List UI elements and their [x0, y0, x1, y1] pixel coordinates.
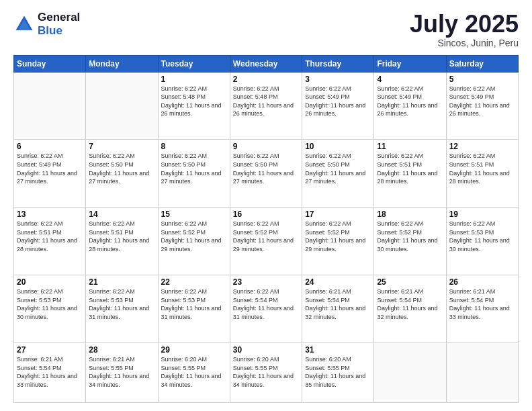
table-row [86, 72, 158, 140]
day-info: Sunrise: 6:22 AMSunset: 5:48 PMDaylight:… [161, 85, 227, 118]
table-row: 15Sunrise: 6:22 AMSunset: 5:52 PMDayligh… [158, 208, 230, 275]
col-friday: Friday [374, 55, 446, 72]
day-info: Sunrise: 6:22 AMSunset: 5:50 PMDaylight:… [305, 152, 371, 185]
table-row: 26Sunrise: 6:21 AMSunset: 5:54 PMDayligh… [446, 275, 518, 343]
day-number: 20 [17, 277, 83, 287]
day-info: Sunrise: 6:22 AMSunset: 5:49 PMDaylight:… [17, 152, 83, 185]
day-number: 2 [233, 75, 299, 84]
day-info: Sunrise: 6:22 AMSunset: 5:53 PMDaylight:… [89, 287, 154, 321]
day-number: 31 [305, 345, 371, 355]
day-number: 21 [89, 277, 154, 287]
table-row: 29Sunrise: 6:20 AMSunset: 5:55 PMDayligh… [158, 342, 230, 402]
table-row: 24Sunrise: 6:21 AMSunset: 5:54 PMDayligh… [302, 275, 374, 343]
title-section: July 2025 Sincos, Junin, Peru [410, 11, 519, 48]
col-monday: Monday [86, 55, 158, 72]
day-info: Sunrise: 6:22 AMSunset: 5:54 PMDaylight:… [233, 287, 299, 321]
col-saturday: Saturday [446, 55, 518, 72]
day-number: 17 [305, 210, 371, 219]
table-row [374, 342, 446, 402]
table-row [446, 342, 518, 402]
calendar-header-row: Sunday Monday Tuesday Wednesday Thursday… [14, 55, 519, 72]
table-row: 4Sunrise: 6:22 AMSunset: 5:49 PMDaylight… [374, 72, 446, 140]
table-row: 27Sunrise: 6:21 AMSunset: 5:54 PMDayligh… [14, 342, 86, 402]
day-info: Sunrise: 6:22 AMSunset: 5:48 PMDaylight:… [233, 85, 299, 118]
day-number: 19 [449, 210, 515, 219]
day-info: Sunrise: 6:22 AMSunset: 5:51 PMDaylight:… [377, 152, 443, 185]
day-info: Sunrise: 6:20 AMSunset: 5:55 PMDaylight:… [233, 355, 299, 389]
day-info: Sunrise: 6:20 AMSunset: 5:55 PMDaylight:… [305, 355, 371, 389]
table-row: 31Sunrise: 6:20 AMSunset: 5:55 PMDayligh… [302, 342, 374, 402]
table-row: 30Sunrise: 6:20 AMSunset: 5:55 PMDayligh… [230, 342, 302, 402]
table-row: 17Sunrise: 6:22 AMSunset: 5:52 PMDayligh… [302, 208, 374, 275]
table-row: 20Sunrise: 6:22 AMSunset: 5:53 PMDayligh… [14, 275, 86, 343]
day-number: 15 [161, 210, 227, 219]
day-info: Sunrise: 6:22 AMSunset: 5:53 PMDaylight:… [161, 287, 227, 321]
day-info: Sunrise: 6:22 AMSunset: 5:52 PMDaylight:… [377, 220, 443, 253]
day-number: 8 [161, 142, 227, 151]
day-number: 27 [17, 345, 83, 355]
page: General Blue July 2025 Sincos, Junin, Pe… [0, 0, 532, 411]
table-row: 19Sunrise: 6:22 AMSunset: 5:53 PMDayligh… [446, 208, 518, 275]
day-info: Sunrise: 6:22 AMSunset: 5:52 PMDaylight:… [161, 220, 227, 253]
day-info: Sunrise: 6:22 AMSunset: 5:50 PMDaylight:… [161, 152, 227, 185]
day-number: 16 [233, 210, 299, 219]
logo-icon [13, 13, 35, 35]
day-number: 9 [233, 142, 299, 151]
table-row: 28Sunrise: 6:21 AMSunset: 5:55 PMDayligh… [86, 342, 158, 402]
location-subtitle: Sincos, Junin, Peru [410, 38, 519, 48]
calendar-table: Sunday Monday Tuesday Wednesday Thursday… [13, 55, 519, 403]
month-title: July 2025 [410, 11, 519, 38]
day-info: Sunrise: 6:22 AMSunset: 5:52 PMDaylight:… [233, 220, 299, 253]
col-tuesday: Tuesday [158, 55, 230, 72]
table-row: 14Sunrise: 6:22 AMSunset: 5:51 PMDayligh… [86, 208, 158, 275]
logo: General Blue [13, 11, 80, 37]
table-row: 7Sunrise: 6:22 AMSunset: 5:50 PMDaylight… [86, 140, 158, 208]
table-row: 5Sunrise: 6:22 AMSunset: 5:49 PMDaylight… [446, 72, 518, 140]
table-row: 16Sunrise: 6:22 AMSunset: 5:52 PMDayligh… [230, 208, 302, 275]
day-number: 7 [89, 142, 154, 151]
day-number: 3 [305, 75, 371, 84]
table-row: 12Sunrise: 6:22 AMSunset: 5:51 PMDayligh… [446, 140, 518, 208]
day-info: Sunrise: 6:21 AMSunset: 5:54 PMDaylight:… [305, 287, 371, 321]
day-number: 18 [377, 210, 443, 219]
logo-text: General Blue [38, 11, 80, 37]
day-info: Sunrise: 6:22 AMSunset: 5:50 PMDaylight:… [233, 152, 299, 185]
day-number: 26 [449, 277, 515, 287]
day-info: Sunrise: 6:22 AMSunset: 5:52 PMDaylight:… [305, 220, 371, 253]
day-info: Sunrise: 6:22 AMSunset: 5:51 PMDaylight:… [17, 220, 83, 253]
day-number: 22 [161, 277, 227, 287]
table-row: 23Sunrise: 6:22 AMSunset: 5:54 PMDayligh… [230, 275, 302, 343]
day-info: Sunrise: 6:21 AMSunset: 5:55 PMDaylight:… [89, 355, 154, 389]
day-info: Sunrise: 6:22 AMSunset: 5:50 PMDaylight:… [89, 152, 154, 185]
day-info: Sunrise: 6:22 AMSunset: 5:49 PMDaylight:… [449, 85, 515, 118]
table-row: 6Sunrise: 6:22 AMSunset: 5:49 PMDaylight… [14, 140, 86, 208]
table-row: 21Sunrise: 6:22 AMSunset: 5:53 PMDayligh… [86, 275, 158, 343]
col-thursday: Thursday [302, 55, 374, 72]
table-row: 13Sunrise: 6:22 AMSunset: 5:51 PMDayligh… [14, 208, 86, 275]
day-number: 11 [377, 142, 443, 151]
table-row: 2Sunrise: 6:22 AMSunset: 5:48 PMDaylight… [230, 72, 302, 140]
logo-blue: Blue [38, 24, 80, 38]
day-number: 1 [161, 75, 227, 84]
day-info: Sunrise: 6:22 AMSunset: 5:53 PMDaylight:… [449, 220, 515, 253]
day-number: 5 [449, 75, 515, 84]
table-row: 22Sunrise: 6:22 AMSunset: 5:53 PMDayligh… [158, 275, 230, 343]
day-info: Sunrise: 6:22 AMSunset: 5:49 PMDaylight:… [377, 85, 443, 118]
calendar-week-row: 1Sunrise: 6:22 AMSunset: 5:48 PMDaylight… [14, 72, 519, 140]
table-row [14, 72, 86, 140]
day-info: Sunrise: 6:22 AMSunset: 5:53 PMDaylight:… [17, 287, 83, 321]
day-info: Sunrise: 6:21 AMSunset: 5:54 PMDaylight:… [17, 355, 83, 389]
table-row: 25Sunrise: 6:21 AMSunset: 5:54 PMDayligh… [374, 275, 446, 343]
table-row: 9Sunrise: 6:22 AMSunset: 5:50 PMDaylight… [230, 140, 302, 208]
table-row: 1Sunrise: 6:22 AMSunset: 5:48 PMDaylight… [158, 72, 230, 140]
logo-general: General [38, 11, 80, 24]
day-info: Sunrise: 6:21 AMSunset: 5:54 PMDaylight:… [449, 287, 515, 321]
day-info: Sunrise: 6:20 AMSunset: 5:55 PMDaylight:… [161, 355, 227, 389]
day-number: 6 [17, 142, 83, 151]
table-row: 10Sunrise: 6:22 AMSunset: 5:50 PMDayligh… [302, 140, 374, 208]
day-number: 24 [305, 277, 371, 287]
table-row: 11Sunrise: 6:22 AMSunset: 5:51 PMDayligh… [374, 140, 446, 208]
day-number: 14 [89, 210, 154, 219]
calendar-week-row: 27Sunrise: 6:21 AMSunset: 5:54 PMDayligh… [14, 342, 519, 402]
day-number: 4 [377, 75, 443, 84]
